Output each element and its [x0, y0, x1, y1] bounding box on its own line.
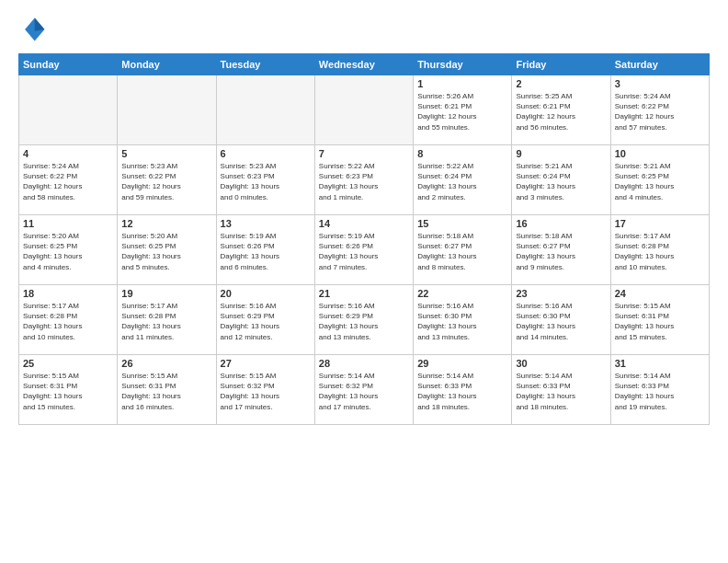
day-number: 22 [417, 288, 507, 299]
day-info: Sunrise: 5:24 AM Sunset: 6:22 PM Dayligh… [615, 91, 705, 132]
weekday-header-saturday: Saturday [610, 54, 709, 75]
weekday-header-thursday: Thursday [414, 54, 512, 75]
calendar-cell: 3Sunrise: 5:24 AM Sunset: 6:22 PM Daylig… [610, 75, 709, 145]
week-row-1: 1Sunrise: 5:26 AM Sunset: 6:21 PM Daylig… [19, 75, 710, 145]
day-number: 21 [319, 288, 409, 299]
day-number: 30 [516, 358, 606, 369]
day-info: Sunrise: 5:22 AM Sunset: 6:24 PM Dayligh… [417, 161, 507, 202]
calendar-cell: 22Sunrise: 5:16 AM Sunset: 6:30 PM Dayli… [414, 285, 512, 355]
calendar-cell [19, 75, 118, 145]
calendar-cell: 4Sunrise: 5:24 AM Sunset: 6:22 PM Daylig… [19, 145, 118, 215]
day-number: 16 [516, 218, 606, 229]
day-number: 8 [417, 148, 507, 159]
calendar-cell: 11Sunrise: 5:20 AM Sunset: 6:25 PM Dayli… [19, 215, 118, 285]
day-number: 24 [615, 288, 705, 299]
weekday-header-friday: Friday [512, 54, 610, 75]
day-info: Sunrise: 5:24 AM Sunset: 6:22 PM Dayligh… [23, 161, 113, 202]
day-number: 18 [23, 288, 113, 299]
week-row-4: 18Sunrise: 5:17 AM Sunset: 6:28 PM Dayli… [19, 285, 710, 355]
day-info: Sunrise: 5:25 AM Sunset: 6:21 PM Dayligh… [516, 91, 606, 132]
weekday-header-monday: Monday [118, 54, 216, 75]
header [18, 15, 710, 44]
day-number: 11 [23, 218, 113, 229]
day-number: 25 [23, 358, 113, 369]
day-info: Sunrise: 5:18 AM Sunset: 6:27 PM Dayligh… [417, 231, 507, 272]
day-info: Sunrise: 5:14 AM Sunset: 6:33 PM Dayligh… [417, 371, 507, 412]
calendar-cell: 21Sunrise: 5:16 AM Sunset: 6:29 PM Dayli… [314, 285, 413, 355]
day-info: Sunrise: 5:17 AM Sunset: 6:28 PM Dayligh… [23, 301, 113, 342]
calendar: SundayMondayTuesdayWednesdayThursdayFrid… [18, 53, 710, 425]
day-info: Sunrise: 5:20 AM Sunset: 6:25 PM Dayligh… [121, 231, 211, 272]
day-info: Sunrise: 5:26 AM Sunset: 6:21 PM Dayligh… [417, 91, 507, 132]
day-number: 5 [121, 148, 211, 159]
week-row-5: 25Sunrise: 5:15 AM Sunset: 6:31 PM Dayli… [19, 355, 710, 425]
day-number: 9 [516, 148, 606, 159]
calendar-cell: 27Sunrise: 5:15 AM Sunset: 6:32 PM Dayli… [216, 355, 314, 425]
day-info: Sunrise: 5:15 AM Sunset: 6:31 PM Dayligh… [23, 371, 113, 412]
calendar-cell: 20Sunrise: 5:16 AM Sunset: 6:29 PM Dayli… [216, 285, 314, 355]
day-number: 4 [23, 148, 113, 159]
day-number: 23 [516, 288, 606, 299]
day-number: 20 [221, 288, 311, 299]
weekday-header-sunday: Sunday [19, 54, 118, 75]
day-number: 10 [615, 148, 705, 159]
calendar-cell: 9Sunrise: 5:21 AM Sunset: 6:24 PM Daylig… [512, 145, 610, 215]
day-info: Sunrise: 5:21 AM Sunset: 6:24 PM Dayligh… [516, 161, 606, 202]
day-number: 6 [221, 148, 311, 159]
calendar-cell: 26Sunrise: 5:15 AM Sunset: 6:31 PM Dayli… [118, 355, 216, 425]
calendar-cell: 7Sunrise: 5:22 AM Sunset: 6:23 PM Daylig… [314, 145, 413, 215]
calendar-cell: 2Sunrise: 5:25 AM Sunset: 6:21 PM Daylig… [512, 75, 610, 145]
calendar-cell: 24Sunrise: 5:15 AM Sunset: 6:31 PM Dayli… [610, 285, 709, 355]
calendar-cell: 29Sunrise: 5:14 AM Sunset: 6:33 PM Dayli… [414, 355, 512, 425]
calendar-cell: 5Sunrise: 5:23 AM Sunset: 6:22 PM Daylig… [118, 145, 216, 215]
day-info: Sunrise: 5:18 AM Sunset: 6:27 PM Dayligh… [516, 231, 606, 272]
day-info: Sunrise: 5:14 AM Sunset: 6:32 PM Dayligh… [319, 371, 409, 412]
day-number: 28 [319, 358, 409, 369]
day-number: 29 [417, 358, 507, 369]
week-row-3: 11Sunrise: 5:20 AM Sunset: 6:25 PM Dayli… [19, 215, 710, 285]
day-info: Sunrise: 5:14 AM Sunset: 6:33 PM Dayligh… [516, 371, 606, 412]
day-info: Sunrise: 5:15 AM Sunset: 6:31 PM Dayligh… [121, 371, 211, 412]
calendar-cell: 6Sunrise: 5:23 AM Sunset: 6:23 PM Daylig… [216, 145, 314, 215]
day-info: Sunrise: 5:16 AM Sunset: 6:30 PM Dayligh… [417, 301, 507, 342]
day-number: 26 [121, 358, 211, 369]
week-row-2: 4Sunrise: 5:24 AM Sunset: 6:22 PM Daylig… [19, 145, 710, 215]
calendar-cell: 10Sunrise: 5:21 AM Sunset: 6:25 PM Dayli… [610, 145, 709, 215]
calendar-cell: 31Sunrise: 5:14 AM Sunset: 6:33 PM Dayli… [610, 355, 709, 425]
calendar-cell: 15Sunrise: 5:18 AM Sunset: 6:27 PM Dayli… [414, 215, 512, 285]
calendar-cell: 23Sunrise: 5:16 AM Sunset: 6:30 PM Dayli… [512, 285, 610, 355]
day-info: Sunrise: 5:19 AM Sunset: 6:26 PM Dayligh… [319, 231, 409, 272]
calendar-cell: 14Sunrise: 5:19 AM Sunset: 6:26 PM Dayli… [314, 215, 413, 285]
calendar-cell: 1Sunrise: 5:26 AM Sunset: 6:21 PM Daylig… [414, 75, 512, 145]
day-info: Sunrise: 5:23 AM Sunset: 6:23 PM Dayligh… [221, 161, 311, 202]
day-number: 15 [417, 218, 507, 229]
calendar-cell: 28Sunrise: 5:14 AM Sunset: 6:32 PM Dayli… [314, 355, 413, 425]
day-info: Sunrise: 5:16 AM Sunset: 6:30 PM Dayligh… [516, 301, 606, 342]
calendar-cell: 12Sunrise: 5:20 AM Sunset: 6:25 PM Dayli… [118, 215, 216, 285]
calendar-cell: 16Sunrise: 5:18 AM Sunset: 6:27 PM Dayli… [512, 215, 610, 285]
calendar-cell [314, 75, 413, 145]
calendar-cell [216, 75, 314, 145]
logo-icon [18, 15, 48, 44]
calendar-cell: 18Sunrise: 5:17 AM Sunset: 6:28 PM Dayli… [19, 285, 118, 355]
calendar-cell: 13Sunrise: 5:19 AM Sunset: 6:26 PM Dayli… [216, 215, 314, 285]
day-number: 2 [516, 78, 606, 89]
day-number: 17 [615, 218, 705, 229]
weekday-header-wednesday: Wednesday [314, 54, 413, 75]
day-number: 13 [221, 218, 311, 229]
day-number: 7 [319, 148, 409, 159]
day-number: 27 [221, 358, 311, 369]
calendar-cell: 19Sunrise: 5:17 AM Sunset: 6:28 PM Dayli… [118, 285, 216, 355]
day-info: Sunrise: 5:20 AM Sunset: 6:25 PM Dayligh… [23, 231, 113, 272]
day-info: Sunrise: 5:17 AM Sunset: 6:28 PM Dayligh… [121, 301, 211, 342]
day-info: Sunrise: 5:15 AM Sunset: 6:31 PM Dayligh… [615, 301, 705, 342]
day-info: Sunrise: 5:16 AM Sunset: 6:29 PM Dayligh… [221, 301, 311, 342]
day-info: Sunrise: 5:17 AM Sunset: 6:28 PM Dayligh… [615, 231, 705, 272]
calendar-cell: 30Sunrise: 5:14 AM Sunset: 6:33 PM Dayli… [512, 355, 610, 425]
calendar-cell: 25Sunrise: 5:15 AM Sunset: 6:31 PM Dayli… [19, 355, 118, 425]
svg-marker-1 [35, 18, 45, 31]
weekday-header-tuesday: Tuesday [216, 54, 314, 75]
day-info: Sunrise: 5:23 AM Sunset: 6:22 PM Dayligh… [121, 161, 211, 202]
day-info: Sunrise: 5:15 AM Sunset: 6:32 PM Dayligh… [221, 371, 311, 412]
day-number: 19 [121, 288, 211, 299]
